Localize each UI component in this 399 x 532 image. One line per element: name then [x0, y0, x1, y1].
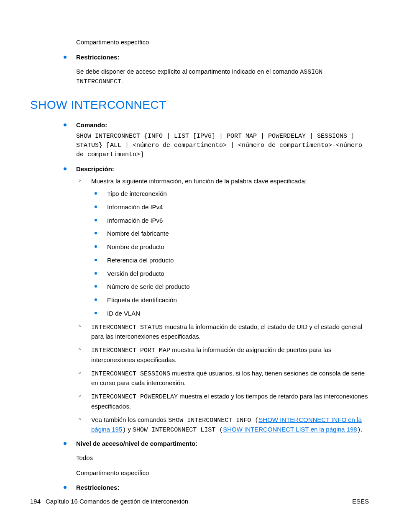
list-item: Nombre del fabricante: [91, 229, 369, 238]
list-item-label: Información de IPv4: [107, 203, 163, 211]
footer-left: 194 Capítulo 16 Comandos de gestión de i…: [30, 497, 188, 506]
powerdelay-item: INTERCONNECT POWERDELAY muestra el estad…: [76, 392, 369, 411]
seealso-pre: Vea también los comandos: [91, 416, 168, 423]
bullet-icon: [64, 486, 66, 489]
list-item: Número de serie del producto: [91, 282, 369, 291]
circle-bullet-icon: [79, 372, 81, 374]
muestra-intro: Muestra la siguiente información, en fun…: [91, 177, 307, 185]
circle-bullet-icon: [79, 180, 81, 182]
status-item: INTERCONNECT STATUS muestra la informaci…: [76, 322, 369, 342]
bullet-icon: [64, 56, 66, 59]
comando-label: Comando:: [76, 121, 107, 129]
circle-bullet-icon: [79, 325, 81, 327]
seealso-paren-open2: (: [215, 427, 223, 434]
portmap-item: INTERCONNECT PORT MAP muestra la informa…: [76, 345, 369, 365]
seealso-code1: SHOW INTERCONNECT INFO: [168, 417, 251, 424]
restricciones2-label: Restricciones:: [76, 484, 119, 491]
sessions-code: INTERCONNECT SESSIONS: [91, 370, 170, 378]
bullet-icon: [95, 192, 97, 195]
descripcion-item: Descripción: Muestra la siguiente inform…: [62, 164, 369, 435]
list-item-label: Versión del producto: [107, 270, 164, 277]
powerdelay-code: INTERCONNECT POWERDELAY: [91, 393, 178, 401]
circle-bullet-icon: [79, 418, 81, 420]
status-code: INTERCONNECT STATUS: [91, 324, 163, 331]
restricciones-post: .: [121, 77, 123, 85]
seealso-paren-close1: ): [122, 427, 126, 434]
page: Compartimento específico Restricciones: …: [0, 0, 399, 532]
section-title: SHOW INTERCONNECT: [30, 97, 369, 114]
list-item: Información de IPv6: [91, 216, 369, 225]
list-item-label: Referencia del producto: [107, 257, 174, 264]
restricciones-text: Se debe disponer de acceso explícito al …: [76, 67, 369, 87]
bullet-icon: [95, 312, 97, 314]
restricciones-label: Restricciones:: [76, 54, 119, 61]
descripcion-label: Descripción:: [76, 165, 114, 172]
list-item: Etiqueta de identificación: [91, 296, 369, 305]
footer-right: ESES: [352, 497, 369, 506]
circle-bullet-icon: [79, 395, 81, 397]
page-footer: 194 Capítulo 16 Comandos de gestión de i…: [30, 497, 369, 506]
list-item-label: ID de VLAN: [107, 310, 140, 317]
nivel-label: Nivel de acceso/nivel de compartimento:: [76, 440, 197, 447]
bullet-icon: [95, 272, 97, 275]
comando-item: Comando: SHOW INTERCONNECT {INFO | LIST …: [62, 121, 369, 159]
bullet-icon: [95, 245, 97, 248]
seealso-link2[interactable]: SHOW INTERCONNECT LIST en la página 198: [223, 426, 357, 433]
nivel-compartimento: Compartimento específico: [76, 468, 369, 478]
list-item: Versión del producto: [91, 269, 369, 278]
nivel-todos: Todos: [76, 453, 369, 463]
bullet-icon: [95, 232, 97, 234]
nivel-item: Nivel de acceso/nivel de compartimento: …: [62, 439, 369, 477]
bullet-icon: [64, 167, 66, 170]
footer-page-number: 194: [30, 497, 41, 506]
comando-code: SHOW INTERCONNECT {INFO | LIST [IPV6] | …: [76, 132, 369, 159]
list-item: Nombre de producto: [91, 242, 369, 252]
list-item: ID de VLAN: [91, 309, 369, 318]
list-item: Tipo de interconexión: [91, 189, 369, 198]
seealso-paren-close2: ): [357, 427, 361, 434]
restricciones-pre: Se debe disponer de acceso explícito al …: [76, 68, 300, 75]
bullet-icon: [64, 442, 66, 445]
sessions-item: INTERCONNECT SESSIONS muestra qué usuari…: [76, 369, 369, 388]
intro-compartimento: Compartimento específico: [76, 38, 369, 47]
seealso-item: Vea también los comandos SHOW INTERCONNE…: [76, 415, 369, 435]
bullet-icon: [64, 123, 66, 126]
list-item-label: Información de IPv6: [107, 217, 163, 224]
content-block: Compartimento específico Restricciones: …: [76, 38, 369, 492]
list-item-label: Tipo de interconexión: [107, 190, 167, 197]
list-item: Referencia del producto: [91, 256, 369, 265]
list-item-label: Etiqueta de identificación: [107, 296, 177, 303]
seealso-code2: SHOW INTERCONNECT LIST: [133, 427, 215, 434]
bullet-icon: [95, 285, 97, 288]
bullet-icon: [95, 219, 97, 221]
bullet-icon: [95, 298, 97, 301]
muestra-item: Muestra la siguiente información, en fun…: [76, 177, 369, 318]
list-item-label: Número de serie del producto: [107, 283, 190, 290]
footer-chapter: Capítulo 16 Comandos de gestión de inter…: [46, 497, 188, 506]
portmap-code: INTERCONNECT PORT MAP: [91, 347, 170, 354]
restricciones2-item: Restricciones:: [62, 483, 369, 492]
list-item: Información de IPv4: [91, 203, 369, 212]
list-item-label: Nombre del fabricante: [107, 230, 169, 237]
list-item-label: Nombre de producto: [107, 243, 164, 250]
seealso-y: y: [126, 426, 133, 433]
seealso-paren-open: (: [251, 417, 258, 424]
bullet-icon: [95, 259, 97, 261]
bullet-icon: [95, 206, 97, 208]
intro-restricciones-item: Restricciones: Se debe disponer de acces…: [62, 53, 369, 87]
seealso-end: .: [361, 426, 363, 433]
circle-bullet-icon: [79, 348, 81, 350]
